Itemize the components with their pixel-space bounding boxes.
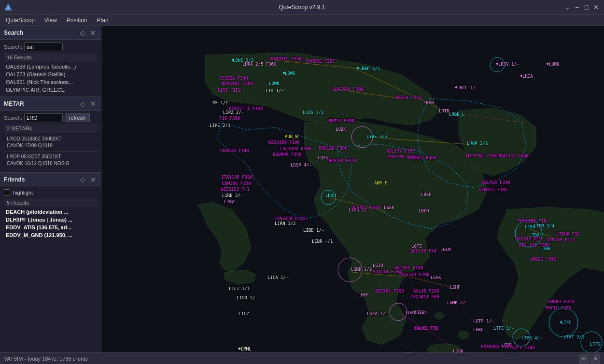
- search-panel-title: Search: [4, 29, 23, 36]
- metar-section: METAR ◇ ✕ Search: refresh 2 METARs LROD …: [0, 97, 101, 173]
- restore-btn[interactable]: □: [583, 3, 590, 11]
- dropdown-btn[interactable]: ⌄: [563, 3, 571, 11]
- search-pin-btn[interactable]: ◇: [79, 29, 86, 37]
- search-result-3[interactable]: OAL951 (Nick Thalassinos...: [4, 78, 97, 86]
- friend-item-4[interactable]: EDDV_M_GND (121.950, ...: [4, 231, 97, 239]
- svg-point-34: [560, 321, 562, 323]
- search-panel-header: Search ◇ ✕: [0, 26, 101, 40]
- search-panel-controls: ◇ ✕: [79, 29, 97, 37]
- svg-point-28: [283, 72, 285, 74]
- svg-point-27: [232, 59, 234, 61]
- svg-point-30: [496, 63, 498, 65]
- search-close-btn[interactable]: ✕: [89, 29, 97, 37]
- highlight-row: highlight: [4, 189, 97, 196]
- menu-plan[interactable]: Plan: [93, 16, 112, 25]
- metar-block-2: LROP 051830Z 35001KT CAVOK 16/12 Q1018 N…: [4, 152, 97, 169]
- statusbar-icon-1[interactable]: ⊞: [579, 354, 589, 364]
- metar-refresh-btn[interactable]: refresh: [65, 113, 90, 122]
- minimize-btn[interactable]: −: [573, 3, 581, 11]
- friend-item-3[interactable]: EDDV_ATIS (136.575, arl...: [4, 224, 97, 231]
- svg-point-4: [435, 312, 444, 319]
- metar-panel-title: METAR: [4, 100, 24, 107]
- svg-point-1: [7, 7, 9, 9]
- svg-point-7: [240, 346, 248, 351]
- friends-close-btn[interactable]: ✕: [89, 176, 97, 183]
- metar-1-line2: CAVOK 17/09 Q1019: [7, 142, 94, 149]
- friend-item-2[interactable]: DLH3PF (Jonas | Jonas) ...: [4, 216, 97, 224]
- metar-search-row: Search: refresh: [4, 113, 97, 122]
- metar-close-btn[interactable]: ✕: [89, 100, 97, 108]
- friends-list: DEACH (pilotdeviation ... DLH3PF (Jonas …: [4, 208, 97, 350]
- search-input[interactable]: [24, 42, 63, 51]
- metar-2-line1: LROP 051830Z 35001KT: [7, 154, 94, 160]
- menubar: QuteScoop View Position Plan: [0, 14, 604, 26]
- metar-panel-controls: ◇ ✕: [79, 100, 97, 108]
- svg-point-5: [458, 331, 469, 339]
- highlight-checkbox[interactable]: [4, 189, 10, 196]
- titlebar-title: QuteScoop v2.9.1: [279, 4, 325, 11]
- svg-marker-0: [5, 4, 12, 10]
- metar-pin-btn[interactable]: ◇: [79, 100, 86, 108]
- search-label: Search:: [4, 44, 22, 50]
- svg-point-31: [520, 75, 522, 77]
- close-btn[interactable]: ✕: [592, 3, 600, 11]
- svg-point-32: [547, 63, 548, 65]
- metar-2-line2: CAVOK 16/12 Q1018 NOSIG: [7, 160, 94, 167]
- highlight-label: highlight: [13, 190, 33, 196]
- search-row: Search:: [4, 42, 97, 51]
- search-section: Search ◇ ✕ Search: 16 Results OAL638 (La…: [0, 26, 101, 97]
- svg-point-33: [455, 86, 457, 88]
- search-result-4[interactable]: OLYMPIC AIR, GREECE: [4, 86, 97, 94]
- search-result-1[interactable]: OAL638 (Lampros Tasoulis...): [4, 63, 97, 70]
- metar-panel-header: METAR ◇ ✕: [0, 97, 101, 111]
- friends-pin-btn[interactable]: ◇: [79, 176, 86, 183]
- menu-position[interactable]: Position: [63, 16, 91, 25]
- metar-search-label: Search:: [4, 115, 22, 121]
- svg-point-36: [239, 348, 240, 350]
- statusbar-icons: ⊞ ⊕: [579, 354, 600, 364]
- friends-results-header: 5 Results: [4, 198, 97, 207]
- search-results-header: 16 Results: [4, 53, 97, 62]
- map-svg: [101, 26, 604, 352]
- friend-item-1[interactable]: DEACH (pilotdeviation ...: [4, 208, 97, 216]
- map-area[interactable]: LOWI 3/3LOWGLOWKLIPZ 2/-LIPE 2/1ADR_WADR…: [101, 26, 604, 352]
- friends-section: Friends ◇ ✕ highlight 5 Results DEACH (p…: [0, 173, 101, 352]
- titlebar-left: [4, 3, 13, 12]
- app-icon: [4, 3, 13, 12]
- friends-panel-title: Friends: [4, 176, 25, 183]
- menu-view[interactable]: View: [41, 16, 61, 25]
- friends-panel-header: Friends ◇ ✕: [0, 173, 101, 186]
- status-text: VATSIM - today 1847z: 1768 clients: [4, 356, 88, 362]
- search-result-2[interactable]: OAL773 (Giannis Stafilis) ...: [4, 70, 97, 78]
- metar-1-line1: LROD 051830Z 35002KT: [7, 136, 94, 142]
- titlebar-controls: ⌄ − □ ✕: [563, 3, 600, 11]
- search-panel-body: Search: 16 Results OAL638 (Lampros Tasou…: [0, 40, 101, 97]
- metar-results-header: 2 METARs: [4, 124, 97, 133]
- menu-qutescoop[interactable]: QuteScoop: [2, 16, 39, 25]
- metar-block-1: LROD 051830Z 35002KT CAVOK 17/09 Q1019: [4, 134, 97, 152]
- friends-panel-controls: ◇ ✕: [79, 176, 97, 183]
- left-panel: Search ◇ ✕ Search: 16 Results OAL638 (La…: [0, 26, 101, 352]
- metar-panel-body: Search: refresh 2 METARs LROD 051830Z 35…: [0, 111, 101, 172]
- statusbar: VATSIM - today 1847z: 1768 clients ⊞ ⊕: [0, 352, 604, 364]
- svg-point-29: [357, 67, 359, 69]
- statusbar-icon-2[interactable]: ⊕: [590, 354, 600, 364]
- titlebar: QuteScoop v2.9.1 ⌄ − □ ✕: [0, 0, 604, 14]
- friends-panel-body: highlight 5 Results DEACH (pilotdeviatio…: [0, 186, 101, 352]
- metar-search-input[interactable]: [24, 113, 63, 122]
